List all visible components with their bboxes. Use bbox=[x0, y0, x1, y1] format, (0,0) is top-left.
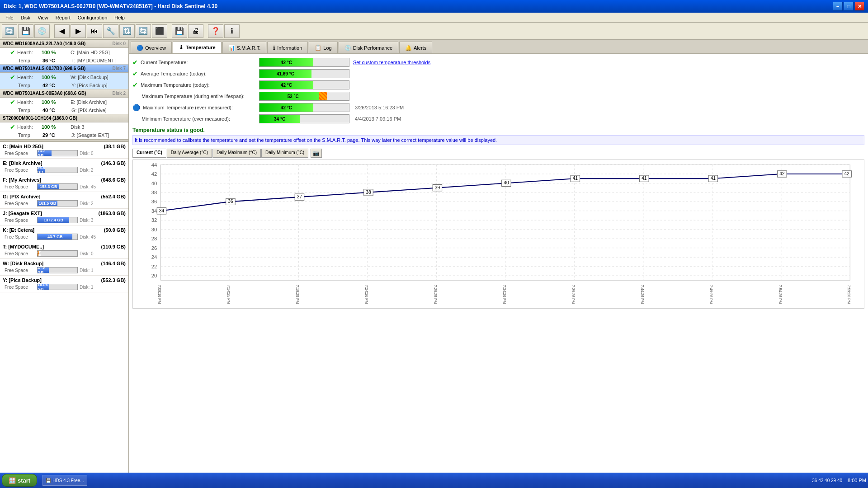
toolbar-info[interactable]: ℹ bbox=[224, 24, 240, 38]
minimize-button[interactable]: – bbox=[833, 2, 843, 11]
temp-val-3: 29 °C bbox=[42, 132, 70, 138]
svg-text:20: 20 bbox=[151, 273, 157, 278]
volume-name-w: W: [Disk Backup] (146.4 GB) bbox=[3, 261, 126, 266]
svg-text:36: 36 bbox=[151, 199, 157, 204]
max-lifetime-label: Maximum Temperature (during entire lifes… bbox=[132, 94, 259, 99]
disk-header-1[interactable]: WDC WD7501AALS-00J7B0 (698.6 GB) Disk 7 bbox=[0, 65, 128, 73]
tab-disk-performance-label: Disk Performance bbox=[353, 45, 392, 51]
toolbar-save[interactable]: 💾 bbox=[172, 24, 187, 38]
max-ever-text: Maximum Temperature (ever measured): bbox=[143, 105, 233, 110]
tab-information[interactable]: ℹ Information bbox=[267, 42, 308, 53]
taskbar-hds-window[interactable]: 💾 HDS 4.3 Free... bbox=[42, 475, 87, 486]
free-bar-w: 41.6 GB bbox=[37, 267, 78, 273]
menubar: File Disk View Report Configuration Help bbox=[0, 13, 868, 23]
tab-log[interactable]: 📋 Log bbox=[309, 42, 337, 53]
toolbar-refresh2[interactable]: 🔃 bbox=[119, 24, 135, 38]
titlebar: Disk: 1, WDC WD7501AALS-00J7B0 [WD-WMATV… bbox=[0, 0, 868, 13]
max-ever-bar: 42 °C bbox=[259, 103, 349, 112]
toolbar-stop[interactable]: ⬛ bbox=[152, 24, 167, 38]
toolbar-forward[interactable]: ▶ bbox=[71, 24, 86, 38]
vol-free-t: Free Space 2.9 GB Disk: 0 bbox=[3, 250, 126, 257]
menu-view[interactable]: View bbox=[34, 14, 52, 21]
disk-group-3: ST2000DM001-1CH164 (1863.0 GB) ✔ Health:… bbox=[0, 114, 128, 139]
svg-text:39: 39 bbox=[435, 185, 440, 190]
tab-disk-performance[interactable]: 💿 Disk Performance bbox=[339, 42, 398, 53]
free-bar-k: 43.7 GB bbox=[37, 234, 78, 240]
temperature-icon: 🌡 bbox=[179, 44, 184, 51]
svg-text:42: 42 bbox=[779, 171, 785, 176]
vol-disk-w: Disk: 1 bbox=[80, 268, 94, 273]
chart-tab-daily-max[interactable]: Daily Maximum (°C) bbox=[212, 149, 261, 158]
max-lifetime-stripe bbox=[319, 92, 327, 100]
start-button[interactable]: 🪟 start bbox=[2, 474, 37, 487]
information-icon: ℹ bbox=[273, 45, 275, 51]
health-label-3: Health: bbox=[17, 124, 40, 130]
disk-header-2[interactable]: WDC WD7501AALS-00E3A0 (698.6 GB) Disk 2 bbox=[0, 89, 128, 98]
svg-text:7:19:25 PM: 7:19:25 PM bbox=[295, 285, 299, 304]
disk-header-3[interactable]: ST2000DM001-1CH164 (1863.0 GB) bbox=[0, 114, 128, 122]
max-ever-icon: 🔵 bbox=[132, 104, 140, 111]
vol-free-g: Free Space 161.5 GB Disk: 2 bbox=[3, 200, 126, 206]
toolbar-back[interactable]: ◀ bbox=[54, 24, 70, 38]
temp-status-good: Temperature status is good. bbox=[132, 127, 864, 133]
vol-label-k: K: [Et Cetera] bbox=[3, 227, 34, 233]
menu-help[interactable]: Help bbox=[111, 14, 128, 21]
current-temp-text: Current Temperature: bbox=[141, 60, 188, 65]
max-today-icon: ✔ bbox=[132, 81, 138, 89]
maximize-button[interactable]: □ bbox=[844, 2, 854, 11]
min-ever-text: Minimum Temperature (ever measured): bbox=[142, 116, 230, 122]
chart-tab-daily-avg[interactable]: Daily Average (°C) bbox=[167, 149, 212, 158]
menu-disk[interactable]: Disk bbox=[17, 14, 34, 21]
temp-label-1: Temp: bbox=[18, 83, 41, 88]
tab-temperature[interactable]: 🌡 Temperature bbox=[173, 42, 222, 53]
svg-text:30: 30 bbox=[151, 227, 157, 232]
health-val-2: 100 % bbox=[42, 99, 69, 105]
tab-alerts[interactable]: 🔔 Alerts bbox=[399, 42, 432, 53]
window-controls: – □ ✕ bbox=[833, 2, 864, 11]
left-panel: WDC WD1600AAJS-22L7A0 (149.0 GB) Disk 0 … bbox=[0, 40, 129, 478]
vol-label-c: C: [Main HD 25G] bbox=[3, 144, 43, 149]
toolbar-prev-disk[interactable]: ⏮ bbox=[87, 24, 102, 38]
min-ever-label: Minimum Temperature (ever measured): bbox=[132, 116, 259, 122]
chart-tab-daily-min[interactable]: Daily Minimum (°C) bbox=[261, 149, 308, 158]
toolbar-refresh[interactable]: 🔄 bbox=[2, 24, 17, 38]
health-label-0: Health: bbox=[17, 50, 40, 55]
vol-free-e: Free Space 26.5 GB Disk: 2 bbox=[3, 167, 126, 173]
chart-tab-current[interactable]: Current (°C) bbox=[132, 149, 166, 158]
temp-val-0: 36 °C bbox=[42, 58, 70, 63]
vol-label-t: T: [MYDOCUME..] bbox=[3, 244, 44, 249]
volume-name-e: E: [Disk Archive] (146.3 GB) bbox=[3, 160, 126, 166]
toolbar-hdd1[interactable]: 💾 bbox=[18, 24, 33, 38]
max-today-bar: 42 °C bbox=[259, 80, 349, 89]
tab-smart[interactable]: 📊 S.M.A.R.T. bbox=[222, 42, 267, 53]
max-lifetime-bar: 52 °C bbox=[259, 92, 349, 101]
max-ever-label: 🔵 Maximum Temperature (ever measured): bbox=[132, 104, 259, 111]
vol-size-e: (146.3 GB) bbox=[101, 160, 126, 166]
disk-temp-row-1: Temp: 42 °C Y: [Pics Backup] bbox=[0, 82, 128, 89]
vol-label-j: J: [Seagate EXT] bbox=[3, 211, 42, 216]
disk-group-2: WDC WD7501AALS-00E3A0 (698.6 GB) Disk 2 … bbox=[0, 89, 128, 114]
free-label-f: Free Space bbox=[5, 184, 35, 189]
alerts-icon: 🔔 bbox=[405, 45, 412, 51]
close-button[interactable]: ✕ bbox=[854, 2, 864, 11]
toolbar-sync[interactable]: 🔄 bbox=[136, 24, 151, 38]
tab-overview[interactable]: 🔵 Overview bbox=[131, 42, 172, 53]
volume-t: T: [MYDOCUME..] (110.9 GB) Free Space 2.… bbox=[0, 242, 128, 259]
disk-badge-0: Disk 0 bbox=[113, 41, 126, 46]
chart-export-btn[interactable]: 📷 bbox=[311, 149, 322, 158]
svg-text:7:39:26 PM: 7:39:26 PM bbox=[571, 285, 575, 304]
toolbar-help[interactable]: ❓ bbox=[208, 24, 223, 38]
menu-report[interactable]: Report bbox=[52, 14, 74, 21]
free-label-g: Free Space bbox=[5, 201, 35, 206]
toolbar-tools[interactable]: 🔧 bbox=[103, 24, 118, 38]
volume-name-t: T: [MYDOCUME..] (110.9 GB) bbox=[3, 244, 126, 249]
temp-val-1: 42 °C bbox=[42, 83, 70, 88]
systray-temps: 36 42 40 29 40 bbox=[812, 478, 842, 483]
toolbar-hdd2[interactable]: 💿 bbox=[34, 24, 50, 38]
toolbar-print[interactable]: 🖨 bbox=[188, 24, 203, 38]
menu-configuration[interactable]: Configuration bbox=[74, 14, 111, 21]
threshold-link[interactable]: Set custom temperature thresholds bbox=[353, 60, 430, 65]
disk-header-0[interactable]: WDC WD1600AAJS-22L7A0 (149.0 GB) Disk 0 bbox=[0, 40, 128, 48]
health-val-3: 100 % bbox=[42, 124, 69, 130]
menu-file[interactable]: File bbox=[2, 14, 17, 21]
